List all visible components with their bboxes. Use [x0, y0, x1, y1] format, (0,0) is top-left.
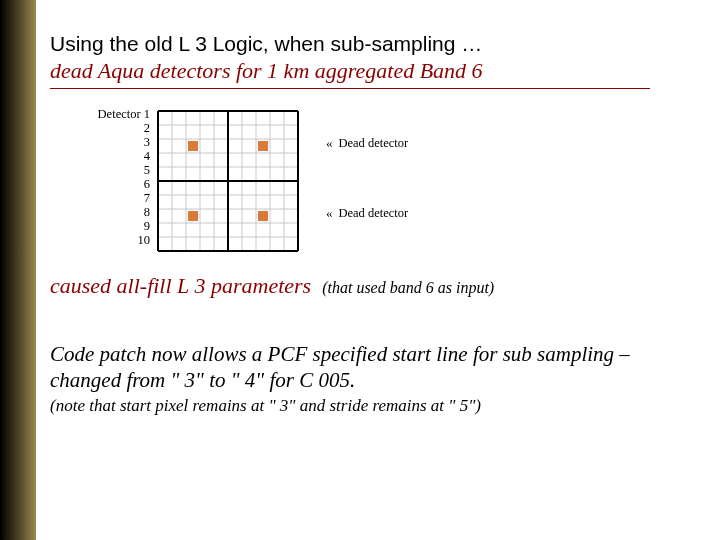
detector-label-4: 4 [50, 149, 150, 163]
patch-text: Code patch now allows a PCF specified st… [50, 341, 670, 394]
title-line-2: dead Aqua detectors for 1 km aggregated … [50, 58, 650, 89]
dead-cell [188, 211, 198, 221]
detector-label-6: 6 [50, 177, 150, 191]
dead-cell [258, 141, 268, 151]
laquo-icon: « [326, 135, 333, 150]
detector-label-9: 9 [50, 219, 150, 233]
detector-grid [156, 109, 300, 253]
dead-annotation-2: «Dead detector [326, 205, 408, 221]
detector-label-5: 5 [50, 163, 150, 177]
dead-cell [188, 141, 198, 151]
note-text: (note that start pixel remains at " 3" a… [50, 396, 690, 416]
detector-label-8: 8 [50, 205, 150, 219]
slide-content: Using the old L 3 Logic, when sub-sampli… [50, 32, 690, 416]
detector-label-7: 7 [50, 191, 150, 205]
laquo-icon: « [326, 205, 333, 220]
dead-cell [258, 211, 268, 221]
caused-text: caused all-fill L 3 parameters (that use… [50, 273, 690, 299]
accent-bar [0, 0, 36, 540]
diagram-area: Detector 1 2 3 4 5 6 7 8 9 10 «Dead dete… [50, 107, 650, 267]
detector-label-3: 3 [50, 135, 150, 149]
title-line-1: Using the old L 3 Logic, when sub-sampli… [50, 32, 690, 56]
detector-label-1: Detector 1 [50, 107, 150, 121]
caused-aside: (that used band 6 as input) [322, 279, 494, 296]
detector-labels: Detector 1 2 3 4 5 6 7 8 9 10 [50, 107, 150, 247]
detector-label-10: 10 [50, 233, 150, 247]
detector-label-2: 2 [50, 121, 150, 135]
dead-annotation-1: «Dead detector [326, 135, 408, 151]
